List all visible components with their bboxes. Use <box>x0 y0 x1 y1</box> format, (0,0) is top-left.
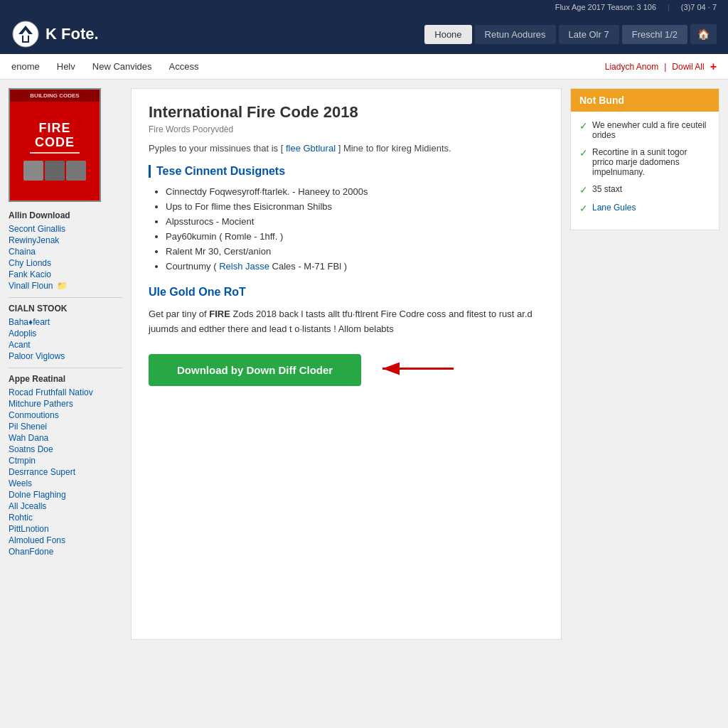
promo-paragraph: Get par tiny of FIRE Zods 2018 back l ta… <box>149 307 544 337</box>
sidebar-link-rocad[interactable]: Rocad Fruthfall Natiov <box>9 387 122 398</box>
right-sidebar-item-2: ✓ 35 staxt <box>579 184 710 196</box>
check-icon-0: ✓ <box>579 120 588 132</box>
feature-item-4: Ralent Mr 30, Cerst/anion <box>166 246 544 257</box>
feature-item-0: Cinnectdy Foqwesyroff·ftarlek. - Haneey … <box>166 186 544 197</box>
feature-link-relsh[interactable]: Relsh Jasse <box>219 261 269 272</box>
main-header: K Fote. Hoone Retun Aodures Late Olr 7 F… <box>0 14 728 54</box>
book-title-fire: FIRE <box>38 122 70 136</box>
arrow-indicator <box>375 355 461 385</box>
book-cover: BUILDING CODES FIRE CODE <box>9 88 101 202</box>
feature-item-1: Ups to For flime thes Eisicronman Shilbs <box>166 201 544 212</box>
appe-reatinal-title: Appe Reatinal <box>9 374 122 384</box>
right-sidebar-link-3[interactable]: Lane Gules <box>592 203 636 213</box>
nav-retun-btn[interactable]: Retun Aodures <box>475 25 556 44</box>
nav-helv[interactable]: Helv <box>57 55 75 77</box>
check-icon-3: ✓ <box>579 203 588 214</box>
top-bar: Flux Age 2017 Teason: 3 106 | (3)7 04 · … <box>0 0 728 14</box>
right-sidebar-box: Not Bund ✓ We enewher culd a fire ceutei… <box>570 88 719 230</box>
user-name-link[interactable]: Liadych Anom <box>605 62 658 72</box>
right-sidebar: Not Bund ✓ We enewher culd a fire ceutei… <box>570 88 719 640</box>
flux-age-text: Flux Age 2017 Teason: 3 106 <box>555 3 656 11</box>
intro-text-end: ] Mine to flor kireg Midients. <box>338 143 451 154</box>
sidebar-link-chy[interactable]: Chy Lionds <box>9 257 122 269</box>
allion-download-title: Allin Download <box>9 210 122 220</box>
secondary-nav-right: Liadych Anom | Dowil All + <box>605 60 717 73</box>
sidebar-link-paloor[interactable]: Paloor Viglows <box>9 350 122 362</box>
sidebar-divider-1 <box>9 297 122 298</box>
sidebar-link-adop[interactable]: Adoplis <box>9 328 122 339</box>
sidebar-link-soatns[interactable]: Soatns Doe <box>9 444 122 455</box>
feature-item-5: Courtnumy ( Relsh Jasse Cales - M-71 FBl… <box>166 261 544 272</box>
sidebar-link-ctmpin[interactable]: Ctmpin <box>9 455 122 466</box>
sidebar-link-desrrance[interactable]: Desrrance Supert <box>9 466 122 478</box>
sidebar-link-vinall[interactable]: Vinall Floun 📁 <box>9 280 122 291</box>
sidebar-link-almolued[interactable]: Almolued Fons <box>9 535 122 546</box>
separator: | <box>664 62 666 72</box>
sidebar-link-weels[interactable]: Weels <box>9 478 122 489</box>
nav-hoone-btn[interactable]: Hoone <box>424 25 471 44</box>
right-sidebar-header: Not Bund <box>571 89 719 112</box>
sidebar-link-wah[interactable]: Wah Dana <box>9 432 122 444</box>
header-nav: Hoone Retun Aodures Late Olr 7 Freschl 1… <box>424 24 717 44</box>
logo-text: K Fote. <box>46 25 99 43</box>
right-sidebar-item-0: ✓ We enewher culd a fire ceuteil orides <box>579 120 710 140</box>
left-sidebar: BUILDING CODES FIRE CODE Allin Download … <box>9 88 122 640</box>
sidebar-link-pil[interactable]: Pil Shenei <box>9 421 122 432</box>
section1-heading: Tese Cinnent Dusignets <box>149 165 544 178</box>
sidebar-link-dolne[interactable]: Dolne Flaghing <box>9 489 122 500</box>
feature-item-2: Alpssturocs - Mocient <box>166 216 544 227</box>
intro-text-start: Pyples to your missinues that is [ <box>149 143 283 154</box>
logo-icon <box>11 20 40 48</box>
sidebar-link-baha[interactable]: Baha♦feart <box>9 316 122 328</box>
download-button[interactable]: Download by Down Diff Cloder <box>149 354 361 386</box>
right-sidebar-text-1: Recortine in a sunit togor prrico marje … <box>592 147 710 177</box>
dowil-all-link[interactable]: Dowil All <box>672 62 704 72</box>
cialn-stook-title: CIALN STOOK <box>9 304 122 314</box>
top-bar-divider: | <box>668 3 670 11</box>
page-subtitle: Fire Words Pooryvdèd <box>149 124 544 134</box>
sidebar-link-pitt[interactable]: PittLnotion <box>9 523 122 535</box>
right-sidebar-text-0: We enewher culd a fire ceuteil orides <box>592 120 710 140</box>
logo-area: K Fote. <box>11 20 99 48</box>
intro-paragraph: Pyples to your missinues that is [ flee … <box>149 143 544 154</box>
secondary-nav: enome Helv New Canvides Access Liadych A… <box>0 54 728 80</box>
sidebar-link-rewiny[interactable]: RewinyJenak <box>9 235 122 246</box>
sidebar-divider-2 <box>9 368 122 368</box>
content-wrapper: BUILDING CODES FIRE CODE Allin Download … <box>0 80 728 648</box>
nav-freschl-btn[interactable]: Freschl 1/2 <box>622 25 687 44</box>
sidebar-link-ohan[interactable]: OhanFdone <box>9 546 122 557</box>
right-sidebar-text-2: 35 staxt <box>592 184 622 194</box>
page-title: International Fire Code 2018 <box>149 103 544 122</box>
right-sidebar-item-3: ✓ Lane Gules <box>579 203 710 214</box>
book-title-code: CODE <box>35 136 75 150</box>
intro-link[interactable]: flee Gbtlural <box>286 143 336 154</box>
nav-access[interactable]: Access <box>169 55 199 77</box>
phone-text: (3)7 04 · 7 <box>681 3 717 11</box>
features-list: Cinnectdy Foqwesyroff·ftarlek. - Haneey … <box>149 186 544 272</box>
plus-icon[interactable]: + <box>710 60 717 73</box>
sidebar-link-mitchure[interactable]: Mitchure Pathers <box>9 398 122 410</box>
sidebar-link-fank[interactable]: Fank Kacio <box>9 269 122 280</box>
check-icon-2: ✓ <box>579 184 588 196</box>
right-sidebar-item-1: ✓ Recortine in a sunit togor prrico marj… <box>579 147 710 177</box>
sidebar-link-chaina[interactable]: Chaina <box>9 246 122 257</box>
sidebar-link-acant[interactable]: Acant <box>9 339 122 350</box>
arrow-svg <box>375 355 461 383</box>
section2-heading: Ule Gold One RoT <box>149 286 544 299</box>
feature-item-3: Pay60kumin ( Romle - 1hff. ) <box>166 231 544 242</box>
nav-enome[interactable]: enome <box>11 55 40 77</box>
nav-late-btn[interactable]: Late Olr 7 <box>559 25 619 44</box>
secondary-nav-left: enome Helv New Canvides Access <box>11 55 199 77</box>
check-icon-1: ✓ <box>579 147 588 159</box>
book-top-text: BUILDING CODES <box>10 90 100 102</box>
promo-strong: FIRE <box>209 309 230 319</box>
sidebar-link-secont[interactable]: Secont Ginallis <box>9 223 122 235</box>
folder-icon: 📁 <box>57 281 68 291</box>
promo-text-start: Get par tiny of <box>149 309 209 319</box>
main-content: International Fire Code 2018 Fire Words … <box>131 88 562 640</box>
sidebar-link-rohtic[interactable]: Rohtic <box>9 512 122 523</box>
nav-new-canvides[interactable]: New Canvides <box>92 55 152 77</box>
home-icon-btn[interactable]: 🏠 <box>690 24 717 44</box>
sidebar-link-conmoutions[interactable]: Conmoutions <box>9 410 122 421</box>
sidebar-link-all-jcealls[interactable]: All Jcealls <box>9 500 122 512</box>
